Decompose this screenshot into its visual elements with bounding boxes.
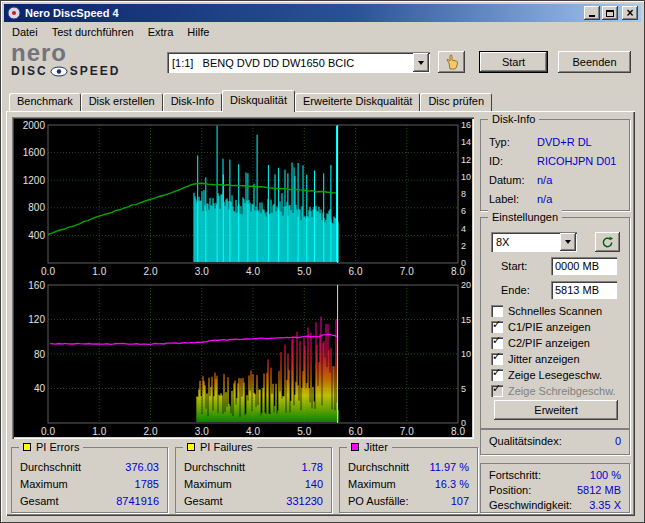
pi-failures-swatch	[187, 443, 195, 451]
checkbox-label: Zeige Schreibgeschw.	[508, 385, 616, 397]
checkbox-zeige-lesegeschw[interactable]: ✓ Zeige Lesegeschw.	[491, 368, 602, 382]
minimize-button[interactable]	[584, 6, 600, 20]
typ-label: Typ:	[489, 136, 537, 148]
chevron-down-icon[interactable]	[413, 53, 429, 72]
tab-disk-erstellen[interactable]: Disk erstellen	[81, 93, 163, 111]
erweitert-button[interactable]: Erweitert	[494, 400, 618, 420]
fortschritt-label: Fortschritt:	[489, 469, 541, 481]
hand-tool-button[interactable]	[438, 51, 465, 73]
quit-button[interactable]: Beenden	[558, 51, 631, 73]
drive-select[interactable]: [1:1] BENQ DVD DD DW1650 BCIC	[167, 52, 430, 73]
logo-disc-text: DISC	[11, 64, 48, 78]
window-title: Nero DiscSpeed 4	[25, 7, 584, 19]
disk-info-datum-row: Datum: n/a	[481, 170, 629, 189]
svg-text:6.0: 6.0	[349, 266, 363, 277]
menu-hilfe[interactable]: Hilfe	[180, 24, 216, 40]
pi-failures-caption-text: PI Failures	[200, 440, 253, 454]
datum-value: n/a	[537, 174, 552, 186]
checkbox-label: Zeige Lesegeschw.	[508, 369, 602, 381]
jitter-caption: Jitter	[347, 440, 392, 454]
svg-text:3.0: 3.0	[195, 426, 209, 437]
menu-datei[interactable]: Datei	[5, 24, 45, 40]
checkbox-box: ✓	[491, 353, 503, 365]
svg-text:1200: 1200	[23, 175, 46, 186]
tab-diskqualitaet[interactable]: Diskqualität	[222, 90, 295, 112]
maximize-button[interactable]	[602, 6, 618, 20]
stat-label: Maximum	[20, 478, 68, 490]
end-field-label: Ende:	[501, 284, 530, 296]
svg-text:160: 160	[28, 280, 45, 291]
pi-errors-group: PI Errors Durchschnitt376.03 Maximum1785…	[11, 447, 168, 513]
menu-test-durchfuehren[interactable]: Test durchführen	[45, 24, 141, 40]
quality-index-label: Qualitätsindex:	[489, 435, 562, 447]
checkbox-box: ✓	[491, 369, 503, 381]
pi-errors-caption: PI Errors	[19, 440, 83, 454]
svg-text:5.0: 5.0	[297, 426, 311, 437]
tab-disc-pruefen[interactable]: Disc prüfen	[420, 93, 492, 111]
end-input[interactable]	[551, 281, 617, 299]
settings-caption: Einstellungen	[488, 210, 562, 224]
quality-index-value: 0	[615, 435, 621, 447]
svg-text:8.0: 8.0	[451, 266, 465, 277]
svg-text:400: 400	[28, 230, 45, 241]
jitter-caption-text: Jitter	[364, 440, 388, 454]
stat-row: Durchschnitt1.78	[176, 458, 331, 475]
disk-info-caption: Disk-Info	[488, 112, 539, 126]
menu-extra[interactable]: Extra	[141, 24, 181, 40]
stat-label: Durchschnitt	[20, 461, 81, 473]
quality-charts: 20001600120080040016141210864200.01.02.0…	[14, 119, 472, 437]
svg-text:120: 120	[28, 314, 45, 325]
tab-disk-info[interactable]: Disk-Info	[163, 93, 222, 111]
close-button[interactable]: ×	[622, 6, 638, 20]
checkbox-c1-pie-anzeigen[interactable]: ✓ C1/PIE anzeigen	[491, 320, 591, 334]
svg-text:8: 8	[461, 189, 466, 199]
checkbox-box: ✓	[491, 305, 503, 317]
discspeed-logo-text: DISC SPEED	[11, 64, 151, 78]
position-value: 5812 MB	[577, 484, 621, 496]
svg-text:1.0: 1.0	[92, 266, 106, 277]
nero-logo: nero DISC SPEED	[11, 42, 151, 78]
svg-text:0.0: 0.0	[41, 266, 55, 277]
checkbox-c2-pif-anzeigen[interactable]: ✓ C2/PIF anzeigen	[491, 336, 590, 350]
checkbox-zeige-schreibgeschw: ✓ Zeige Schreibgeschw.	[491, 384, 616, 398]
window-controls: ×	[584, 6, 638, 20]
checkbox-schnelles-scannen[interactable]: ✓ Schnelles Scannen	[491, 304, 602, 318]
disk-info-group: Disk-Info Typ: DVD+R DL ID: RICOHJPN D01…	[480, 119, 630, 211]
svg-text:1.0: 1.0	[92, 426, 106, 437]
start-input[interactable]	[551, 257, 617, 275]
quality-index-row: Qualitätsindex: 0	[481, 435, 629, 447]
speed-select[interactable]: 8X	[491, 232, 577, 252]
svg-text:15: 15	[461, 315, 471, 325]
logo-speed-text: SPEED	[70, 64, 121, 78]
tab-benchmark[interactable]: Benchmark	[9, 93, 81, 111]
stat-value: 1785	[135, 478, 159, 490]
quality-index-group: Qualitätsindex: 0	[480, 429, 630, 455]
refresh-button[interactable]	[595, 232, 620, 252]
chevron-down-icon[interactable]	[560, 233, 576, 251]
tab-erweiterte-diskqualitaet[interactable]: Erweiterte Diskqualität	[295, 93, 420, 111]
label-label: Label:	[489, 193, 537, 205]
svg-text:1600: 1600	[23, 147, 46, 158]
stat-label: Durchschnitt	[184, 461, 245, 473]
app-window: Nero DiscSpeed 4 × Datei Test durchführe…	[0, 0, 645, 523]
checkbox-label: C1/PIE anzeigen	[508, 321, 591, 333]
stat-label: Maximum	[184, 478, 232, 490]
svg-text:0.0: 0.0	[41, 426, 55, 437]
jitter-group: Jitter Durchschnitt11.97 % Maximum16.3 %…	[339, 447, 478, 513]
disk-info-typ-row: Typ: DVD+R DL	[481, 132, 629, 151]
start-button[interactable]: Start	[479, 51, 548, 73]
stat-label: PO Ausfälle:	[348, 495, 409, 507]
geschwindigkeit-label: Geschwindigkeit:	[489, 499, 572, 511]
refresh-icon	[601, 236, 614, 249]
svg-text:40: 40	[34, 383, 46, 394]
checkbox-box: ✓	[491, 385, 503, 397]
stat-row: Gesamt8741916	[12, 492, 167, 509]
checkbox-jitter-anzeigen[interactable]: ✓ Jitter anzeigen	[491, 352, 580, 366]
hand-icon	[444, 54, 460, 70]
typ-value: DVD+R DL	[537, 136, 592, 148]
check-icon: ✓	[492, 334, 501, 347]
svg-text:3.0: 3.0	[195, 266, 209, 277]
pi-failures-group: PI Failures Durchschnitt1.78 Maximum140 …	[175, 447, 332, 513]
progress-group: Fortschritt: 100 % Position: 5812 MB Ges…	[480, 463, 630, 513]
svg-text:2: 2	[461, 241, 466, 251]
